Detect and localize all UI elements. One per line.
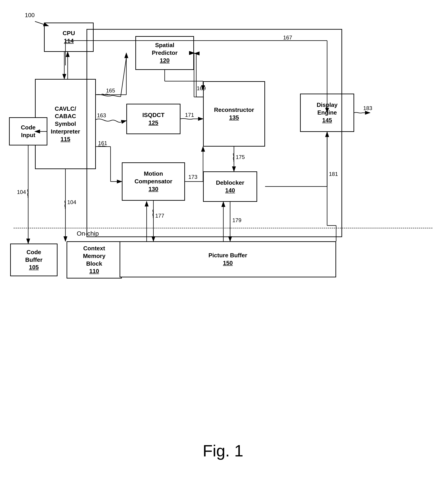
- svg-text:171: 171: [185, 112, 194, 118]
- svg-text:167: 167: [283, 35, 292, 41]
- block-spatial: SpatialPredictor 120: [135, 36, 194, 70]
- block-context-memory: ContextMemoryBlock 110: [67, 241, 122, 278]
- motion-label: MotionCompensator: [134, 170, 172, 185]
- cpu-num: 114: [64, 37, 74, 45]
- deblocker-label: Deblocker: [216, 179, 244, 187]
- fig-label: Fig. 1: [203, 442, 243, 460]
- block-isqdct: ISQDCT 125: [126, 104, 181, 134]
- block-cpu: CPU 114: [44, 22, 94, 52]
- code-buffer-num: 105: [29, 264, 38, 271]
- reconstructor-num: 135: [229, 114, 239, 122]
- display-label: DisplayEngine: [317, 101, 338, 117]
- deblocker-num: 140: [225, 187, 235, 194]
- svg-text:175: 175: [236, 154, 245, 160]
- spatial-label: SpatialPredictor: [152, 41, 178, 57]
- block-motion: MotionCompensator 130: [122, 162, 185, 201]
- spatial-num: 120: [160, 57, 169, 65]
- motion-num: 130: [149, 185, 158, 193]
- picture-buffer-num: 150: [223, 259, 233, 267]
- on-chip-boundary: [14, 228, 432, 228]
- arrows-svg: 163 165 169 171 173 161: [0, 0, 446, 474]
- isqdct-label: ISQDCT: [142, 111, 165, 119]
- svg-text:104: 104: [17, 189, 26, 195]
- block-reconstructor: Reconstructor 135: [203, 81, 265, 146]
- ref-100: 100: [25, 12, 35, 19]
- svg-text:161: 161: [98, 140, 107, 146]
- code-input-label: CodeInput: [21, 124, 36, 139]
- code-buffer-label: CodeBuffer: [25, 249, 43, 264]
- context-label: ContextMemoryBlock: [83, 245, 106, 268]
- cavlc-label: CAVLC/CABACSymbolInterpreter: [51, 105, 80, 136]
- svg-text:163: 163: [97, 112, 106, 118]
- block-deblocker: Deblocker 140: [203, 171, 257, 202]
- on-chip-label: On-chip: [77, 230, 99, 237]
- context-num: 110: [89, 268, 99, 275]
- svg-text:181: 181: [329, 171, 338, 177]
- svg-text:177: 177: [155, 213, 164, 219]
- display-num: 145: [322, 117, 332, 124]
- diagram: 100 CPU 114 CAVLC/CABACSymbolInterpreter…: [0, 0, 446, 474]
- reconstructor-label: Reconstructor: [214, 106, 254, 114]
- svg-text:183: 183: [363, 105, 372, 111]
- block-code-input: CodeInput: [9, 117, 47, 145]
- picture-buffer-label: Picture Buffer: [208, 252, 247, 259]
- isqdct-num: 125: [149, 119, 158, 127]
- svg-text:173: 173: [188, 174, 197, 180]
- block-display: DisplayEngine 145: [300, 94, 354, 132]
- cavlc-num: 115: [60, 136, 70, 143]
- svg-text:179: 179: [232, 217, 242, 223]
- cpu-label: CPU: [63, 30, 75, 37]
- block-picture-buffer: Picture Buffer 150: [120, 241, 336, 277]
- svg-text:104: 104: [67, 199, 76, 205]
- block-code-buffer: CodeBuffer 105: [10, 244, 57, 276]
- svg-text:165: 165: [106, 88, 115, 94]
